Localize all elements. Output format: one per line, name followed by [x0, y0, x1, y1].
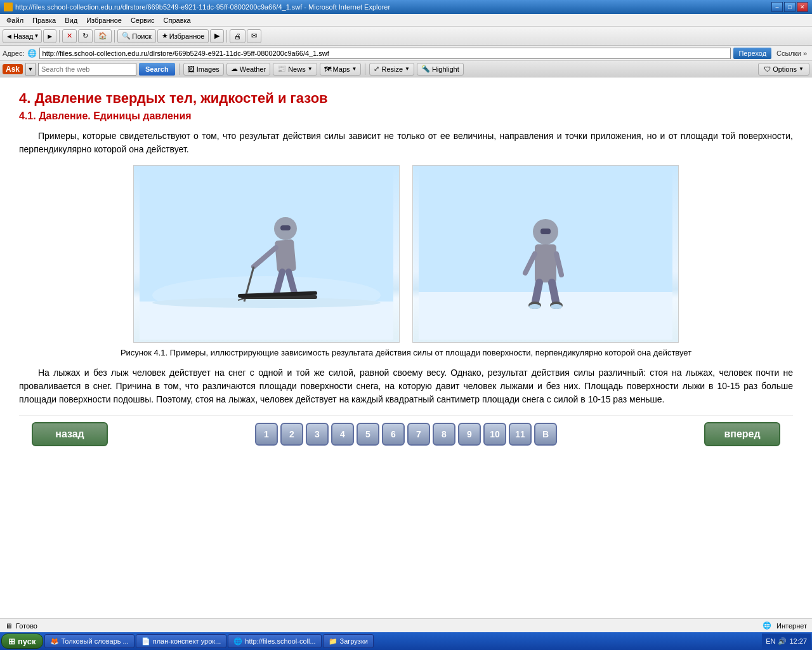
- taskbar-item-3[interactable]: 📁 Загрузки: [323, 634, 374, 648]
- page-1-button[interactable]: 1: [255, 423, 278, 446]
- page-10-button[interactable]: 10: [483, 423, 506, 446]
- weather-button[interactable]: ☁ Weather: [226, 63, 270, 76]
- news-dropdown-icon: ▼: [308, 66, 313, 72]
- clock: 12:27: [789, 637, 807, 645]
- main-title: 4. Давление твердых тел, жидкостей и газ…: [19, 90, 793, 107]
- stop-button[interactable]: ✕: [62, 29, 77, 43]
- go-button[interactable]: Переход: [733, 48, 771, 59]
- figures-row: [19, 165, 793, 343]
- status-text: Готово: [16, 622, 37, 630]
- taskbar-label-1: план-конспект урок...: [153, 637, 221, 645]
- resize-dropdown-icon: ▼: [405, 66, 410, 72]
- page-6-button[interactable]: 6: [382, 423, 405, 446]
- images-icon: 🖼: [188, 65, 195, 73]
- figure-person: [412, 165, 679, 343]
- resize-button[interactable]: ⤢ Resize ▼: [369, 63, 414, 76]
- maximize-button[interactable]: □: [784, 2, 796, 12]
- address-bar: Адрес: 🌐 Переход Ссылки »: [0, 46, 812, 61]
- print-icon: 🖨: [234, 32, 241, 40]
- window-title: http://files.school-collection.edu.ru/dl…: [15, 3, 390, 11]
- back-button[interactable]: ◄ Назад ▼: [3, 29, 42, 43]
- options-button[interactable]: 🛡 Options ▼: [758, 63, 809, 76]
- page-5-button[interactable]: 5: [357, 423, 379, 446]
- minimize-button[interactable]: –: [771, 2, 783, 12]
- start-button[interactable]: ⊞ пуск: [1, 633, 43, 649]
- forward-nav-button[interactable]: вперед: [704, 422, 780, 446]
- resize-label: Resize: [381, 65, 403, 73]
- menu-tools[interactable]: Сервис: [127, 15, 159, 25]
- images-label: Images: [197, 65, 219, 73]
- taskbar-label-0: Толковый словарь ...: [62, 637, 129, 645]
- weather-icon: ☁: [231, 65, 238, 73]
- ie-icon: [4, 3, 13, 11]
- search-input[interactable]: [38, 63, 136, 76]
- page-9-button[interactable]: 9: [458, 423, 481, 446]
- page-2-button[interactable]: 2: [280, 423, 303, 446]
- person-svg: [419, 168, 672, 340]
- resize-icon: ⤢: [374, 65, 379, 73]
- star-icon: ★: [162, 32, 168, 40]
- mail-icon: ✉: [251, 32, 257, 40]
- title-bar: http://files.school-collection.edu.ru/dl…: [0, 0, 812, 14]
- menu-favorites[interactable]: Избранное: [82, 15, 126, 25]
- back-nav-button[interactable]: назад: [32, 422, 108, 446]
- highlight-icon: 🔦: [421, 65, 430, 73]
- home-icon: 🏠: [98, 32, 107, 40]
- nav-bottom: назад 1 2 3 4 5 6 7 8 9 10 11 В вперед: [19, 415, 793, 453]
- svg-rect-15: [419, 292, 672, 340]
- options-icon: 🛡: [764, 65, 771, 73]
- lang-label: EN: [766, 637, 775, 645]
- menu-help[interactable]: Справка: [160, 15, 195, 25]
- svg-rect-5: [280, 225, 291, 230]
- page-8-button[interactable]: 8: [433, 423, 455, 446]
- search-button[interactable]: 🔍 Поиск: [117, 29, 155, 43]
- favorites-label: Избранное: [169, 32, 205, 40]
- page-icon: 🌐: [27, 49, 37, 58]
- status-bar: 🖥 Готово 🌐 Интернет: [0, 618, 812, 632]
- page-7-button[interactable]: 7: [407, 423, 430, 446]
- menu-view[interactable]: Вид: [61, 15, 81, 25]
- menu-edit[interactable]: Правка: [29, 15, 60, 25]
- close-button[interactable]: ✕: [797, 2, 808, 12]
- highlight-button[interactable]: 🔦 Highlight: [417, 63, 464, 76]
- news-label: News: [288, 65, 306, 73]
- forward-button[interactable]: ►: [43, 29, 56, 43]
- print-button[interactable]: 🖨: [230, 29, 246, 43]
- page-11-button[interactable]: 11: [509, 423, 532, 446]
- maps-icon: 🗺: [324, 65, 331, 73]
- weather-label: Weather: [240, 65, 266, 73]
- content-area: 4. Давление твердых тел, жидкостей и газ…: [0, 77, 812, 618]
- page-v-button[interactable]: В: [534, 423, 557, 446]
- browser-toolbar: ◄ Назад ▼ ► ✕ ↻ 🏠 🔍 Поиск ★ Избранное ▶ …: [0, 27, 812, 46]
- news-button[interactable]: 📰 News ▼: [273, 63, 317, 76]
- maps-dropdown-icon: ▼: [352, 66, 357, 72]
- mail-button[interactable]: ✉: [247, 29, 261, 43]
- back-dropdown-icon: ▼: [34, 33, 39, 39]
- home-button[interactable]: 🏠: [94, 29, 112, 43]
- ask-dropdown[interactable]: ▼: [25, 63, 36, 76]
- taskbar-icon-2: 🌐: [233, 637, 242, 646]
- taskbar-item-1[interactable]: 📄 план-конспект урок...: [136, 634, 227, 648]
- svg-point-25: [529, 304, 540, 309]
- svg-rect-17: [540, 229, 551, 234]
- ask-toolbar: Ask ▼ Search 🖼 Images ☁ Weather 📰 News ▼…: [0, 61, 812, 77]
- ask-logo[interactable]: Ask: [3, 64, 23, 74]
- media-button[interactable]: ▶: [210, 29, 224, 43]
- refresh-button[interactable]: ↻: [78, 29, 93, 43]
- search-button[interactable]: Search: [139, 63, 175, 76]
- taskbar-item-0[interactable]: 🦊 Толковый словарь ...: [44, 634, 134, 648]
- taskbar-item-2[interactable]: 🌐 http://files.school-coll...: [228, 634, 321, 648]
- taskbar-right: EN 🔊 12:27: [762, 633, 811, 649]
- menu-bar: Файл Правка Вид Избранное Сервис Справка: [0, 14, 812, 27]
- search-icon: 🔍: [122, 32, 131, 40]
- links-button[interactable]: Ссылки »: [774, 50, 809, 57]
- page-3-button[interactable]: 3: [306, 423, 329, 446]
- images-button[interactable]: 🖼 Images: [183, 63, 224, 76]
- svg-line-21: [535, 282, 539, 305]
- address-input[interactable]: [39, 48, 731, 59]
- favorites-button[interactable]: ★ Избранное: [157, 29, 209, 43]
- taskbar: ⊞ пуск 🦊 Толковый словарь ... 📄 план-кон…: [0, 632, 812, 650]
- menu-file[interactable]: Файл: [3, 15, 27, 25]
- page-4-button[interactable]: 4: [331, 423, 354, 446]
- maps-button[interactable]: 🗺 Maps ▼: [320, 63, 362, 76]
